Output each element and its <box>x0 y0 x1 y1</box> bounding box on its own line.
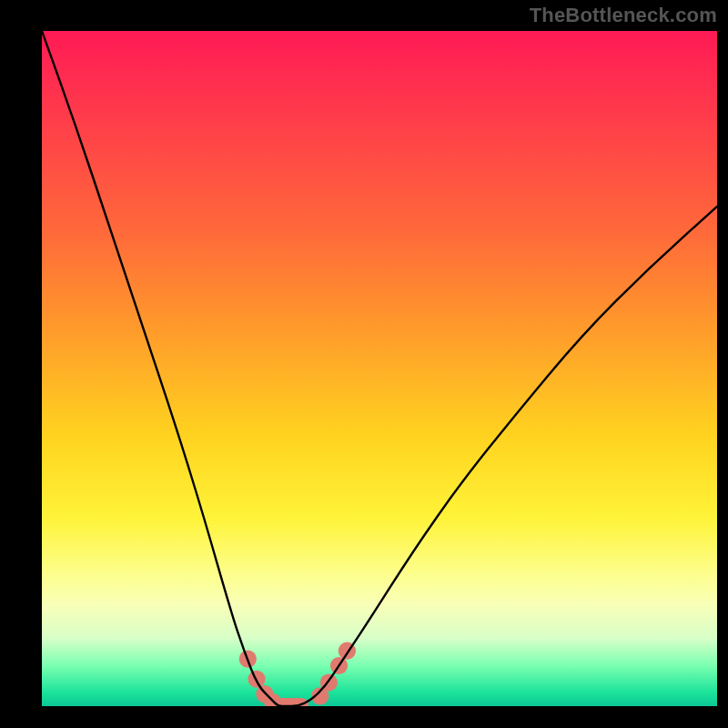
watermark-text: TheBottleneck.com <box>530 4 717 27</box>
curve-markers <box>239 642 356 706</box>
chart-frame: TheBottleneck.com <box>0 0 728 728</box>
bottleneck-curve <box>42 31 717 706</box>
chart-overlay-svg <box>42 31 717 706</box>
